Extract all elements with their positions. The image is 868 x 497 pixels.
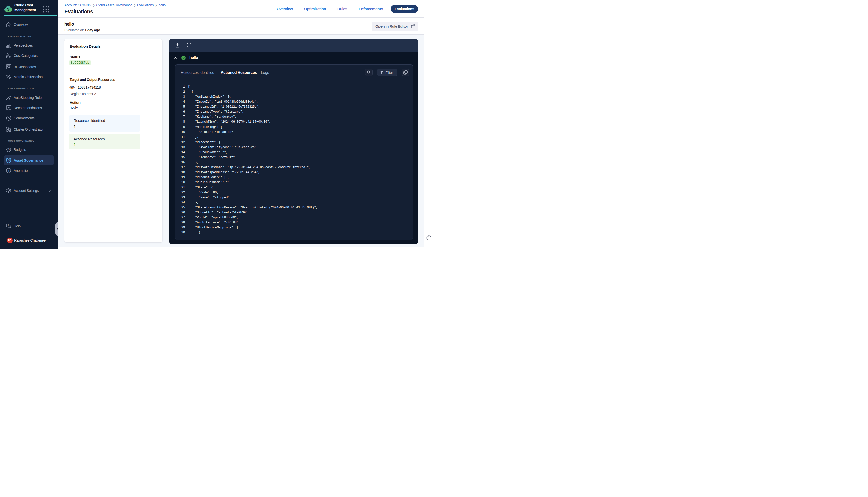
svg-text:?: ? bbox=[7, 224, 9, 227]
svg-text:!: ! bbox=[8, 169, 9, 172]
svg-text:$: $ bbox=[8, 159, 10, 162]
svg-text:$: $ bbox=[8, 148, 10, 151]
svg-text:$: $ bbox=[7, 7, 10, 12]
